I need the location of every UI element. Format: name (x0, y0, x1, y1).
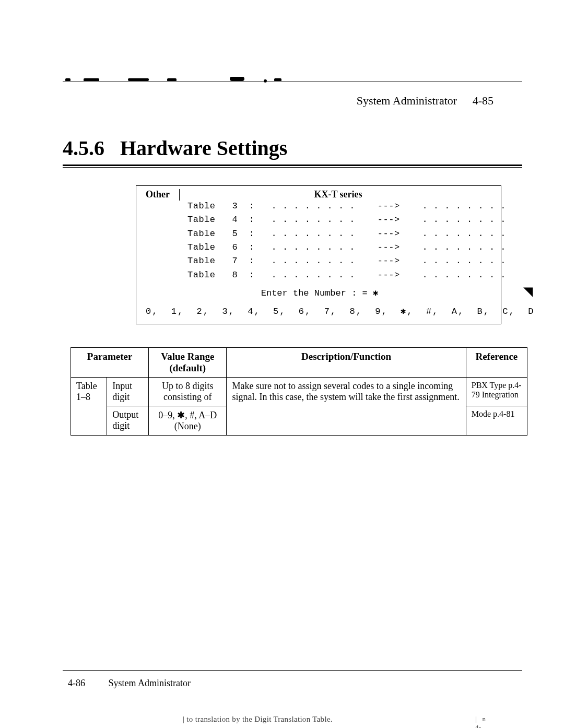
section-title-text: Hardware Settings (120, 136, 287, 160)
bottom-fragment: | to translation by the Digit Translatio… (183, 715, 333, 724)
table-row: Table 5 : . . . . . . . . ---> . . . . .… (187, 227, 494, 241)
bottom-fragment-text: to translation by the Digit Translation … (186, 715, 333, 723)
header-title: System Administrator (357, 94, 457, 107)
th-reference: Reference (466, 348, 527, 378)
cell-value-range-top: Up to 8 digits consisting of (149, 378, 227, 406)
page-footer: 4-86 System Administrator (68, 678, 191, 689)
footer-rule (63, 670, 522, 671)
cell-input-digit: Input digit (107, 378, 149, 406)
divider (179, 189, 180, 201)
table-row: Table 8 : . . . . . . . . ---> . . . . .… (187, 268, 494, 282)
footer-title: System Administrator (109, 678, 191, 688)
cell-param-name: Table 1–8 (71, 378, 107, 436)
table-row: Table 4 : . . . . . . . . ---> . . . . .… (187, 213, 494, 227)
th-description: Description/Function (227, 348, 466, 378)
section-underline (63, 165, 522, 168)
kx-series-label: KX-T series (183, 189, 494, 200)
section-heading-text: 4.5.6 Hardware Settings (63, 136, 522, 160)
terminal-screenshot: Other KX-T series Table 3 : . . . . . . … (136, 185, 501, 324)
th-parameter: Parameter (71, 348, 149, 378)
cell-reference-top: PBX Type p.4-79 Integration (466, 378, 527, 406)
section-heading: 4.5.6 Hardware Settings (63, 136, 522, 168)
section-number: 4.5.6 (63, 136, 104, 160)
scan-artifact (230, 77, 244, 81)
other-label: Other (146, 189, 170, 200)
cell-output-digit: Output digit (107, 406, 149, 436)
table-row: Table 7 : . . . . . . . . ---> . . . . .… (187, 254, 494, 268)
bottom-fragment-pgref: | n 4-81 | (475, 715, 489, 728)
table-row: Table 3 : . . . . . . . . ---> . . . . .… (187, 199, 494, 213)
parameter-table: Parameter Value Range (default) Descript… (70, 347, 527, 436)
page-header: System Administrator 4-85 (357, 94, 494, 108)
cell-reference-bot: Mode p.4-81 (466, 406, 527, 436)
cell-description: Make sure not to assign several codes to… (227, 378, 466, 436)
enter-prompt: Enter the Number : = ✱ (146, 287, 494, 298)
cell-value-range-bot: 0–9, ✱, #, A–D (None) (149, 406, 227, 436)
scan-artifact-rule (63, 81, 522, 81)
th-value-range: Value Range (default) (149, 348, 227, 378)
footer-page-number: 4-86 (68, 678, 85, 688)
stray-mark: ◥ (524, 285, 533, 298)
header-page-number: 4-85 (473, 94, 494, 107)
digits-list: 0, 1, 2, 3, 4, 5, 6, 7, 8, 9, ✱, #, A, B… (146, 306, 494, 316)
table-row: Table 6 : . . . . . . . . ---> . . . . .… (187, 241, 494, 254)
